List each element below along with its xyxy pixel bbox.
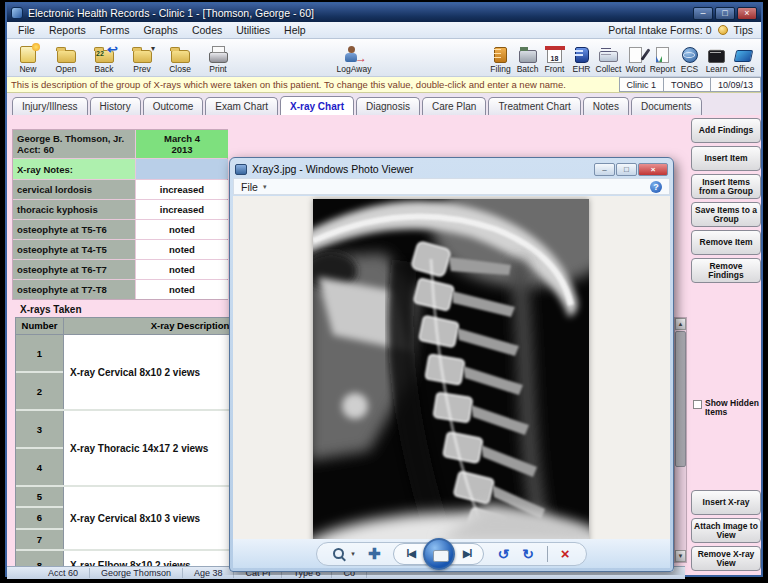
- xray-notes-value[interactable]: [136, 159, 228, 179]
- ecs-button[interactable]: ECS: [676, 40, 703, 74]
- finding-value[interactable]: noted: [136, 280, 228, 299]
- close-button[interactable]: ×: [737, 7, 757, 20]
- finding-label[interactable]: thoracic kyphosis: [13, 200, 135, 219]
- new-button[interactable]: New: [11, 40, 45, 74]
- finding-label[interactable]: osteophyte at T4-T5: [13, 240, 135, 259]
- tab-treatment-chart[interactable]: Treatment Chart: [488, 97, 580, 115]
- visit-date-cell[interactable]: March 42013: [136, 130, 228, 158]
- portal-intake-forms-label[interactable]: Portal Intake Forms: 0: [608, 24, 711, 36]
- ehr-button[interactable]: EHR: [568, 40, 595, 74]
- tab-history[interactable]: History: [90, 97, 141, 115]
- finding-label[interactable]: cervical lordosis: [13, 180, 135, 199]
- viewer-help-icon[interactable]: ?: [650, 181, 662, 193]
- collect-button[interactable]: Collect: [595, 40, 622, 74]
- viewer-minimize-button[interactable]: ‒: [594, 163, 615, 176]
- menu-utilities[interactable]: Utilities: [229, 24, 277, 36]
- front-desk-button[interactable]: 18 Front: [541, 40, 568, 74]
- menu-forms[interactable]: Forms: [93, 24, 137, 36]
- xray-number-cell[interactable]: 6: [16, 508, 63, 529]
- word-button[interactable]: Word: [622, 40, 649, 74]
- play-slideshow-button[interactable]: [423, 538, 455, 570]
- actual-size-icon[interactable]: ✚: [368, 547, 381, 561]
- filing-button[interactable]: Filing: [487, 40, 514, 74]
- office-button[interactable]: Office: [730, 40, 757, 74]
- finding-label[interactable]: osteophyte at T5-T6: [13, 220, 135, 239]
- remove-findings-button[interactable]: Remove Findings: [691, 258, 761, 283]
- photo-viewer-window[interactable]: Xray3.jpg - Windows Photo Viewer ‒ □ × F…: [229, 157, 674, 572]
- tab-outcome[interactable]: Outcome: [143, 97, 204, 115]
- xray-number-cell[interactable]: 5: [16, 487, 63, 508]
- tab-care-plan[interactable]: Care Plan: [422, 97, 486, 115]
- xray-image[interactable]: [313, 199, 589, 539]
- xray-number-cell[interactable]: 2: [16, 373, 63, 409]
- main-toolbar: New Open 22↩ Back ▾ Prev Close Print: [7, 39, 761, 77]
- close-chart-button[interactable]: Close: [163, 40, 197, 74]
- viewer-file-menu[interactable]: File: [241, 181, 258, 193]
- content-scrollbar[interactable]: ▲ ▼: [674, 317, 687, 563]
- tab-injury-illness[interactable]: Injury/Illness: [12, 97, 88, 115]
- clinic-indicator: Clinic 1: [619, 77, 665, 92]
- remove-item-button[interactable]: Remove Item: [691, 230, 761, 255]
- finding-value[interactable]: noted: [136, 240, 228, 259]
- report-button[interactable]: Report: [649, 40, 676, 74]
- batch-button[interactable]: Batch: [514, 40, 541, 74]
- next-image-button[interactable]: ▶I: [463, 548, 471, 559]
- tab-notes[interactable]: Notes: [583, 97, 629, 115]
- menu-file[interactable]: File: [11, 24, 42, 36]
- learn-button[interactable]: Learn: [703, 40, 730, 74]
- file-menu-caret-icon: ▾: [263, 183, 267, 191]
- show-hidden-checkbox[interactable]: [693, 400, 702, 409]
- back-button[interactable]: 22↩ Back: [87, 40, 121, 74]
- tab-xray-chart[interactable]: X-ray Chart: [280, 96, 354, 115]
- attach-image-to-view-button[interactable]: Attach Image to View: [691, 518, 761, 543]
- tab-diagnosis[interactable]: Diagnosis: [356, 97, 420, 115]
- zoom-control[interactable]: ▾: [333, 548, 355, 559]
- status-acct: Acct 60: [37, 568, 90, 578]
- viewer-title-bar[interactable]: Xray3.jpg - Windows Photo Viewer ‒ □ ×: [230, 158, 673, 178]
- insert-item-button[interactable]: Insert Item: [691, 146, 761, 171]
- tips-label[interactable]: Tips: [734, 24, 753, 36]
- scroll-down-arrow[interactable]: ▼: [675, 550, 686, 562]
- remove-xray-view-button[interactable]: Remove X-ray View: [691, 546, 761, 571]
- prev-folder-icon: ▾: [132, 46, 152, 64]
- side-button-panel: Add Findings Insert Item Insert Items fr…: [689, 115, 761, 575]
- rotate-clockwise-button[interactable]: ↻: [522, 547, 534, 561]
- group-description-text[interactable]: This is description of the group of X-ra…: [11, 79, 566, 90]
- xray-number-cell[interactable]: 7: [16, 530, 63, 549]
- xray-number-cell[interactable]: 3: [16, 411, 63, 449]
- finding-label[interactable]: osteophyte at T6-T7: [13, 260, 135, 279]
- finding-value[interactable]: noted: [136, 260, 228, 279]
- minimize-button[interactable]: ‒: [693, 7, 713, 20]
- tab-exam-chart[interactable]: Exam Chart: [205, 97, 278, 115]
- prev-button[interactable]: ▾ Prev: [125, 40, 159, 74]
- open-button[interactable]: Open: [49, 40, 83, 74]
- viewer-close-button[interactable]: ×: [638, 163, 668, 176]
- finding-label[interactable]: osteophyte at T7-T8: [13, 280, 135, 299]
- xray-number-cell[interactable]: 4: [16, 449, 63, 485]
- previous-image-button[interactable]: I◀: [406, 548, 414, 559]
- save-items-to-group-button[interactable]: Save Items to a Group: [691, 202, 761, 227]
- delete-button[interactable]: ×: [561, 547, 570, 561]
- menu-help[interactable]: Help: [277, 24, 313, 36]
- insert-items-from-group-button[interactable]: Insert Items from a Group: [691, 174, 761, 199]
- menu-codes[interactable]: Codes: [185, 24, 229, 36]
- finding-value[interactable]: increased: [136, 200, 228, 219]
- print-button[interactable]: Print: [201, 40, 235, 74]
- logaway-button[interactable]: → LogAway: [337, 40, 371, 74]
- finding-value[interactable]: increased: [136, 180, 228, 199]
- viewer-maximize-button[interactable]: □: [616, 163, 637, 176]
- scroll-up-arrow[interactable]: ▲: [675, 318, 686, 330]
- rotate-counterclockwise-button[interactable]: ↺: [497, 547, 509, 561]
- maximize-button[interactable]: □: [715, 7, 735, 20]
- tab-documents[interactable]: Documents: [631, 97, 702, 115]
- description-bar: This is description of the group of X-ra…: [7, 77, 761, 93]
- insert-xray-button[interactable]: Insert X-ray: [691, 490, 761, 515]
- xray-number-cell[interactable]: 1: [16, 335, 63, 373]
- show-hidden-items-option[interactable]: Show Hidden Items: [693, 399, 761, 417]
- app-icon: [11, 7, 23, 19]
- menu-graphs[interactable]: Graphs: [136, 24, 184, 36]
- finding-value[interactable]: noted: [136, 220, 228, 239]
- add-findings-button[interactable]: Add Findings: [691, 118, 761, 143]
- scrollbar-thumb[interactable]: [675, 331, 686, 467]
- menu-reports[interactable]: Reports: [42, 24, 93, 36]
